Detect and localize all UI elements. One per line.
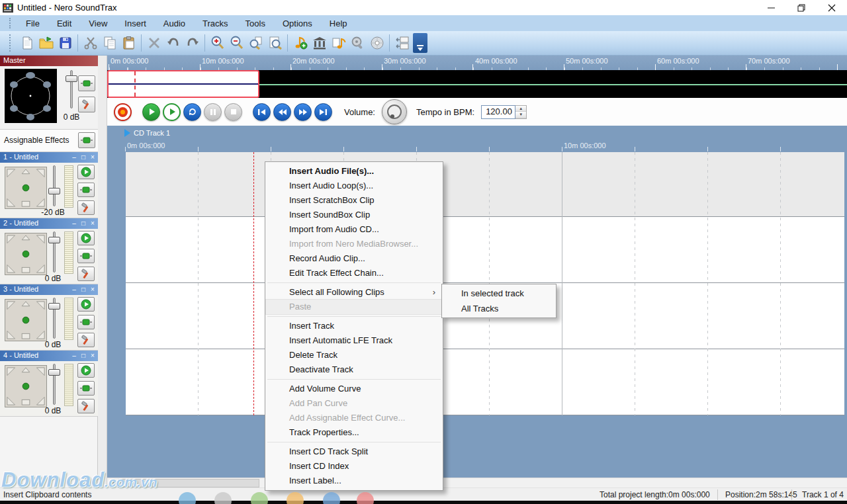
rewind-button[interactable] (273, 103, 291, 121)
menu-item-import-audio-cd[interactable]: Import from Audio CD... (266, 222, 442, 237)
menu-audio[interactable]: Audio (155, 15, 194, 31)
track-lane-1[interactable] (126, 152, 844, 217)
track-layout-icon[interactable] (392, 33, 412, 53)
menu-item-select-all-following-clips[interactable]: Select all Following Clips › (266, 285, 442, 300)
assignable-effects-button[interactable] (78, 132, 95, 148)
master-surround-panner[interactable] (5, 69, 57, 123)
close-button[interactable] (817, 0, 847, 15)
zoom-full-icon[interactable] (265, 33, 285, 53)
skip-to-start-button[interactable] (253, 103, 271, 121)
track-4-panner[interactable] (5, 365, 47, 407)
menu-item-insert-track[interactable]: Insert Track (266, 319, 442, 333)
cut-icon[interactable] (81, 33, 100, 53)
volume-knob[interactable] (382, 99, 407, 124)
track-4-header[interactable]: 4 - Untitled –□× (0, 351, 98, 361)
track-close-icon[interactable]: × (89, 285, 96, 294)
delete-icon[interactable] (144, 33, 163, 53)
zoom-in-icon[interactable] (208, 33, 227, 53)
restore-button[interactable] (786, 0, 817, 15)
track-1-effect-button[interactable] (77, 183, 95, 197)
submenu-item-in-selected-track[interactable]: In selected track (443, 286, 555, 301)
stop-button[interactable] (224, 103, 242, 121)
scratchbox-icon[interactable] (329, 33, 348, 53)
track-2-effect-button[interactable] (77, 249, 95, 263)
menu-item-insert-cd-track-split[interactable]: Insert CD Track Split (266, 444, 442, 459)
pause-button[interactable] (204, 103, 222, 121)
track-3-play-button[interactable] (77, 297, 95, 312)
menu-item-record-audio-clip[interactable]: Record Audio Clip... (266, 251, 442, 266)
record-button[interactable] (114, 103, 132, 121)
paste-icon[interactable] (119, 33, 138, 53)
master-effect-button[interactable] (78, 75, 95, 91)
menubar-gripper[interactable] (9, 18, 12, 29)
menu-view[interactable]: View (80, 15, 116, 31)
track-maximize-icon[interactable]: □ (80, 285, 87, 294)
track-lane-4[interactable] (126, 349, 844, 415)
track-3-panner[interactable] (5, 299, 47, 341)
track-minimize-icon[interactable]: – (71, 219, 77, 228)
toolbar-gripper[interactable] (9, 34, 12, 51)
track-maximize-icon[interactable]: □ (80, 219, 87, 228)
menu-item-insert-cd-index[interactable]: Insert CD Index (266, 459, 442, 474)
play-from-start-button[interactable] (163, 103, 181, 121)
menu-file[interactable]: File (17, 15, 48, 31)
menu-tracks[interactable]: Tracks (194, 15, 237, 31)
cd-track-marker-icon[interactable] (124, 129, 130, 137)
timeline-hscrollbar[interactable]: ‹ (107, 478, 847, 487)
menu-help[interactable]: Help (321, 15, 356, 31)
track-2-volume-slider[interactable] (48, 231, 60, 273)
menu-item-insert-audio-file[interactable]: Insert Audio File(s)... (266, 164, 442, 179)
scroll-left-icon[interactable]: ‹ (109, 478, 118, 488)
track-maximize-icon[interactable]: □ (80, 153, 87, 161)
play-button[interactable] (142, 103, 160, 121)
skip-to-end-button[interactable] (314, 103, 332, 121)
track-1-header[interactable]: 1 - Untitled –□× (0, 152, 98, 163)
track-close-icon[interactable]: × (89, 153, 96, 161)
submenu-item-all-tracks[interactable]: All Tracks (443, 301, 555, 316)
track-3-header[interactable]: 3 - Untitled –□× (0, 284, 98, 295)
menu-item-insert-label[interactable]: Insert Label... (266, 474, 442, 488)
track-3-tools-button[interactable] (77, 333, 95, 347)
playback-position-cursor[interactable] (253, 152, 254, 415)
undo-icon[interactable] (163, 33, 183, 53)
minimize-button[interactable] (756, 0, 786, 15)
tempo-up-icon[interactable]: ▲ (515, 106, 526, 112)
overview-position-cursor[interactable] (134, 71, 136, 97)
save-project-icon[interactable] (56, 33, 75, 53)
track-minimize-icon[interactable]: – (71, 153, 77, 161)
scrollbar-thumb[interactable] (118, 479, 259, 487)
menu-tools[interactable]: Tools (237, 15, 274, 31)
master-tools-button[interactable] (78, 97, 95, 112)
track-2-play-button[interactable] (77, 231, 95, 245)
track-2-header[interactable]: 2 - Untitled –□× (0, 218, 98, 229)
cd-icon[interactable] (367, 33, 386, 53)
loop-playback-button[interactable] (183, 103, 201, 121)
project-overview[interactable] (107, 70, 847, 98)
track-minimize-icon[interactable]: – (71, 285, 77, 294)
toolbar-overflow-button[interactable] (413, 33, 427, 53)
soundbox-icon[interactable] (310, 33, 329, 53)
track-close-icon[interactable]: × (89, 351, 96, 360)
track-4-play-button[interactable] (77, 363, 95, 378)
track-3-effect-button[interactable] (77, 315, 95, 329)
track-3-volume-slider[interactable] (48, 298, 60, 339)
menu-item-insert-scratchbox-clip[interactable]: Insert ScratchBox Clip (266, 193, 442, 208)
master-volume-slider[interactable] (66, 70, 77, 108)
menu-item-insert-soundbox-clip[interactable]: Insert SoundBox Clip (266, 208, 442, 222)
timeline-ruler[interactable]: 0m 00s:000 10m 00s:000 (107, 140, 847, 152)
menu-item-delete-track[interactable]: Delete Track (266, 348, 442, 362)
audio-editor-icon[interactable] (348, 33, 367, 53)
track-maximize-icon[interactable]: □ (80, 351, 87, 360)
menu-item-insert-lfe-track[interactable]: Insert Automatic LFE Track (266, 333, 442, 348)
tempo-spinner[interactable]: ▲▼ (515, 105, 527, 119)
zoom-selection-icon[interactable] (246, 33, 265, 53)
menu-item-deactivate-track[interactable]: Deactivate Track (266, 362, 442, 377)
mixer-scrollbar[interactable] (98, 56, 107, 487)
cd-track-marker-row[interactable]: CD Track 1 (124, 129, 170, 137)
track-1-panner[interactable] (5, 167, 47, 209)
menu-item-edit-track-effect-chain[interactable]: Edit Track Effect Chain... (266, 266, 442, 280)
track-1-play-button[interactable] (77, 165, 95, 179)
fast-forward-button[interactable] (294, 103, 312, 121)
redo-icon[interactable] (183, 33, 202, 53)
track-1-tools-button[interactable] (77, 200, 95, 215)
